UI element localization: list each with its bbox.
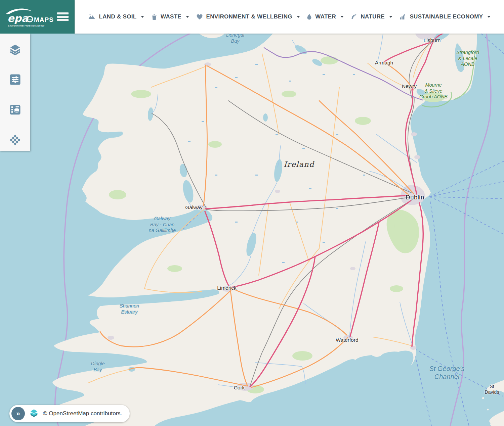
- chart-icon: [400, 14, 406, 20]
- brand-block: epa MAPS Environmental Protection Agency: [0, 0, 75, 34]
- nav-label: SUSTAINABLE ECONOMY: [410, 13, 483, 20]
- nav-item-sustainable-economy[interactable]: SUSTAINABLE ECONOMY: [400, 13, 491, 20]
- basemap-grid-icon: [9, 134, 21, 147]
- map-tool-panel: [0, 34, 30, 151]
- nav-label: WASTE: [161, 13, 181, 20]
- droplet-icon: [307, 14, 311, 20]
- layers-tool-button[interactable]: [8, 42, 23, 57]
- caret-down-icon: [487, 16, 491, 18]
- nav-item-land-soil[interactable]: LAND & SOIL: [88, 13, 144, 20]
- layer-settings-tool-button[interactable]: [8, 73, 23, 87]
- epa-maps-logo: epa MAPS Environmental Protection Agency: [3, 7, 54, 27]
- nav-item-water[interactable]: WATER: [307, 13, 344, 20]
- attribution-text: © OpenStreetMap contributors.: [43, 410, 122, 417]
- epa-maps-app: DublinGalwayLimerickCorkWaterfordLisburn…: [0, 0, 504, 426]
- layers-icon: [9, 44, 21, 56]
- basemap-tool-button[interactable]: [8, 133, 23, 148]
- caret-down-icon: [297, 16, 300, 18]
- caret-down-icon: [186, 16, 189, 18]
- logo-epa-text: epa: [7, 12, 29, 24]
- map-canvas[interactable]: [0, 34, 504, 426]
- osm-layers-icon: [29, 408, 39, 419]
- caret-down-icon: [389, 16, 392, 18]
- leaf-icon: [351, 14, 357, 20]
- logo-maps-text: MAPS: [34, 16, 54, 23]
- nav-label: LAND & SOIL: [99, 13, 137, 20]
- expand-attribution-button[interactable]: »: [11, 407, 25, 420]
- caret-down-icon: [340, 16, 344, 18]
- islet: [487, 409, 489, 411]
- data-catalogue-tool-button[interactable]: [8, 103, 23, 117]
- waste-icon: [152, 14, 157, 20]
- attribution-bar: » © OpenStreetMap contributors.: [9, 405, 130, 422]
- sliders-icon: [9, 74, 21, 86]
- nav-item-nature[interactable]: NATURE: [351, 13, 392, 20]
- nav-label: NATURE: [361, 13, 385, 20]
- database-icon: [9, 104, 21, 116]
- hamburger-menu-button[interactable]: [56, 10, 70, 24]
- main-nav: LAND & SOIL WASTE ENVIRONMENT & WELLBEIN…: [75, 0, 504, 34]
- nav-item-environment-wellbeing[interactable]: ENVIRONMENT & WELLBEING: [197, 13, 300, 20]
- islet: [482, 397, 484, 399]
- land-soil-icon: [88, 14, 95, 20]
- heart-icon: [197, 14, 203, 20]
- nav-label: WATER: [315, 13, 336, 20]
- nav-label: ENVIRONMENT & WELLBEING: [206, 13, 292, 20]
- header: epa MAPS Environmental Protection Agency…: [0, 0, 504, 34]
- caret-down-icon: [141, 16, 144, 18]
- nav-item-waste[interactable]: WASTE: [152, 13, 189, 20]
